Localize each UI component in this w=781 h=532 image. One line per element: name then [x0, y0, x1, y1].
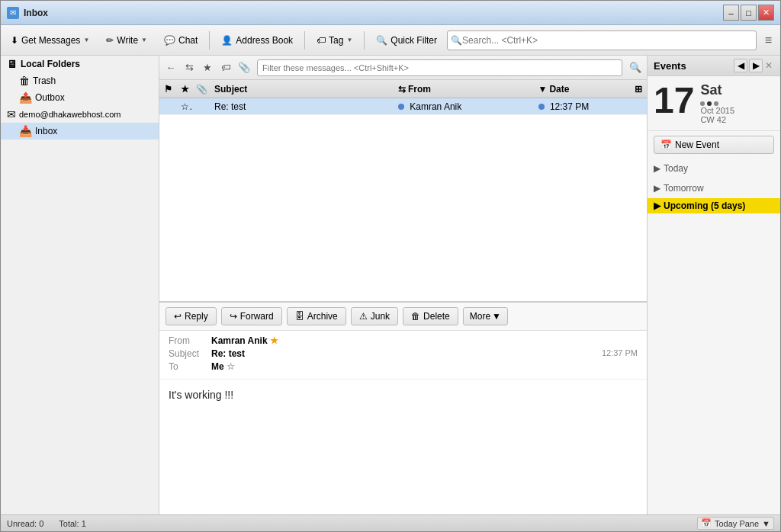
- attachment-button[interactable]: 📎: [236, 59, 252, 76]
- delete-button[interactable]: 🗑 Delete: [403, 307, 458, 325]
- events-next-button[interactable]: ▶: [749, 59, 763, 72]
- msg-subject: Re: test: [210, 101, 394, 112]
- calendar-day-name: Sat: [700, 82, 734, 98]
- date-dot: [538, 104, 545, 110]
- search-input[interactable]: [462, 35, 753, 46]
- quick-filter-button[interactable]: 🔍 Quick Filter: [369, 31, 444, 50]
- message-body-text: It's working !!!: [169, 389, 638, 401]
- close-button[interactable]: ✕: [758, 5, 774, 21]
- junk-button[interactable]: ⚠ Junk: [351, 307, 398, 325]
- chat-icon: 💬: [164, 35, 175, 46]
- column-header-date[interactable]: ▼ Date: [534, 84, 630, 95]
- sidebar-item-inbox[interactable]: 📥 Inbox: [1, 123, 159, 139]
- more-arrow-icon: ▼: [492, 311, 501, 322]
- msg-from: Kamran Anik: [394, 101, 534, 112]
- sidebar-item-outbox[interactable]: 📤 Outbox: [1, 89, 159, 106]
- write-button[interactable]: ✏ Write ▼: [99, 31, 154, 50]
- preview-header: From Kamran Anik ★ Subject Re: test 12:3…: [159, 331, 647, 380]
- preview-from-row: From Kamran Anik ★: [169, 335, 638, 346]
- calendar-month-year: Oct 2015: [700, 106, 734, 115]
- preview-toolbar: ↩ Reply ↪ Forward 🗄 Archive ⚠: [159, 303, 647, 331]
- events-header: Events ◀ ▶ ✕: [648, 56, 780, 76]
- delete-icon: 🗑: [411, 311, 420, 322]
- column-header-from[interactable]: ⇆ From: [394, 84, 534, 95]
- upcoming-arrow-icon: ▶: [654, 200, 660, 211]
- preview-from-value: Kamran Anik ★: [211, 335, 638, 346]
- inbox-icon: 📥: [19, 125, 32, 137]
- message-preview: ↩ Reply ↪ Forward 🗄 Archive ⚠: [159, 301, 647, 514]
- events-today-toggle[interactable]: ▶ Today: [654, 162, 774, 175]
- address-book-button[interactable]: 👤 Address Book: [214, 31, 300, 50]
- column-header-flag[interactable]: ⚑: [159, 84, 176, 95]
- forward-icon: ↪: [230, 311, 237, 322]
- star-button[interactable]: ★: [199, 59, 216, 76]
- tag-icon: 🏷: [317, 35, 326, 46]
- outbox-icon: 📤: [19, 91, 32, 104]
- calendar-date-number: 17: [654, 82, 694, 119]
- message-list-header: ⚑ ★ 📎 Subject ⇆ From ▼ Date ⊞: [159, 80, 647, 98]
- archive-icon: 🗄: [295, 311, 304, 322]
- forward-button[interactable]: ↪ Forward: [221, 307, 282, 325]
- right-panel: ← ⇆ ★ 🏷 📎 🔍 ⚑ ★ 📎 Subject: [159, 56, 780, 514]
- archive-button[interactable]: 🗄 Archive: [287, 307, 346, 325]
- search-box[interactable]: 🔍: [447, 30, 757, 50]
- address-book-icon: 👤: [221, 35, 233, 46]
- column-header-expand[interactable]: ⊞: [630, 84, 647, 95]
- search-icon: 🔍: [451, 35, 462, 46]
- sidebar: 🖥 Local Folders 🗑 Trash 📤 Outbox ✉ demo@…: [1, 56, 159, 514]
- app-icon: ✉: [7, 7, 19, 19]
- msg-star: ☆: [176, 101, 193, 112]
- events-tomorrow-toggle[interactable]: ▶ Tomorrow: [654, 181, 774, 195]
- message-list-toolbar: ← ⇆ ★ 🏷 📎 🔍: [159, 56, 647, 80]
- separator-1: [209, 31, 210, 50]
- status-bar: Unread: 0 Total: 1 📅 Today Pane ▼: [1, 514, 780, 531]
- write-icon: ✏: [106, 35, 114, 46]
- events-close-button[interactable]: ✕: [763, 60, 774, 71]
- preview-body: It's working !!!: [159, 380, 647, 514]
- tag-list-button[interactable]: 🏷: [217, 59, 234, 76]
- menu-button[interactable]: ≡: [760, 30, 777, 51]
- table-row[interactable]: ☆ Re: test Kamran Anik 12:37 PM: [159, 98, 647, 115]
- tag-button[interactable]: 🏷 Tag ▼: [310, 31, 359, 50]
- sidebar-item-local-folders[interactable]: 🖥 Local Folders: [1, 56, 159, 72]
- filter-search-box[interactable]: [257, 59, 622, 76]
- events-prev-button[interactable]: ◀: [734, 59, 747, 72]
- window-title: Inbox: [24, 8, 723, 18]
- reply-button[interactable]: ↩ Reply: [166, 307, 217, 325]
- sync-button[interactable]: ⇆: [181, 59, 198, 76]
- quick-filter-icon: 🔍: [376, 35, 387, 46]
- minimize-button[interactable]: –: [723, 5, 739, 21]
- new-event-icon: 📅: [660, 139, 672, 150]
- unread-dot: [398, 104, 404, 110]
- sidebar-item-trash[interactable]: 🗑 Trash: [1, 72, 159, 89]
- get-messages-arrow: ▼: [83, 37, 89, 43]
- events-tomorrow-section: ▶ Tomorrow: [648, 178, 780, 198]
- junk-icon: ⚠: [359, 311, 368, 322]
- sidebar-item-account[interactable]: ✉ demo@dhakawebhost.com: [1, 106, 159, 123]
- separator-2: [304, 31, 305, 50]
- events-panel: Events ◀ ▶ ✕ 17 Sat Oct 2015: [647, 56, 780, 514]
- main-area: 🖥 Local Folders 🗑 Trash 📤 Outbox ✉ demo@…: [1, 56, 780, 514]
- local-folders-icon: 🖥: [7, 58, 18, 70]
- today-pane-button[interactable]: 📅 Today Pane ▼: [697, 517, 774, 530]
- tag-arrow: ▼: [346, 37, 352, 43]
- calendar-cw: CW 42: [700, 115, 734, 124]
- get-messages-icon: ⬇: [11, 35, 18, 46]
- today-arrow-icon: ▶: [654, 163, 660, 174]
- events-upcoming-section[interactable]: ▶ Upcoming (5 days): [648, 198, 780, 213]
- reply-icon: ↩: [174, 311, 182, 322]
- back-button[interactable]: ←: [162, 59, 179, 76]
- column-header-star[interactable]: ★: [176, 84, 193, 95]
- column-header-attach[interactable]: 📎: [193, 84, 210, 95]
- chat-button[interactable]: 💬 Chat: [157, 31, 204, 50]
- get-messages-button[interactable]: ⬇ Get Messages ▼: [4, 31, 96, 50]
- filter-search-input[interactable]: [262, 63, 617, 72]
- more-button[interactable]: More ▼: [463, 307, 508, 325]
- maximize-button[interactable]: □: [741, 5, 757, 21]
- filter-search-icon[interactable]: 🔍: [627, 59, 644, 76]
- column-header-subject[interactable]: Subject: [210, 84, 394, 95]
- email-area: ← ⇆ ★ 🏷 📎 🔍 ⚑ ★ 📎 Subject: [159, 56, 647, 514]
- status-total: Total: 1: [59, 519, 85, 528]
- new-event-button[interactable]: 📅 New Event: [654, 136, 774, 154]
- window-controls: – □ ✕: [723, 5, 774, 21]
